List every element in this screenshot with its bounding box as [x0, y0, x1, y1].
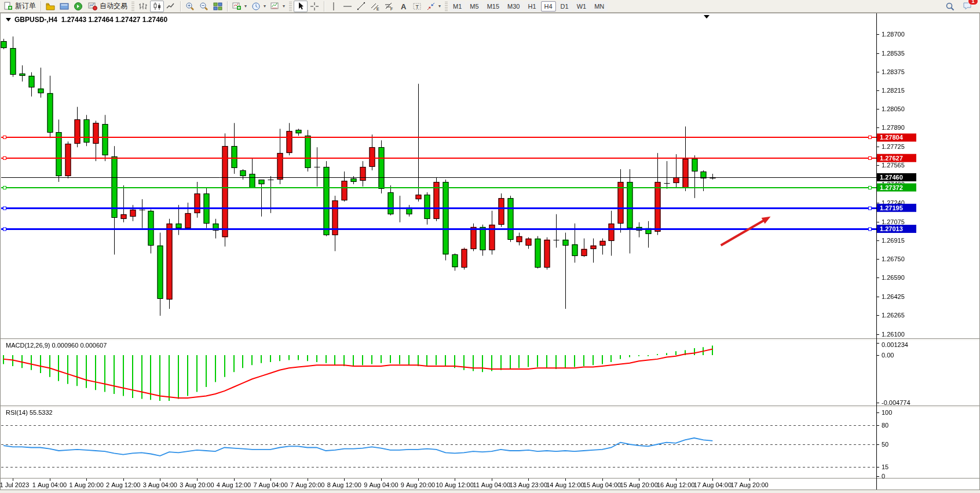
zoom-in-button[interactable] [183, 1, 197, 12]
bars-chart-button[interactable] [136, 1, 150, 12]
candles-chart-button[interactable] [150, 1, 164, 12]
crosshair-button[interactable] [308, 1, 321, 12]
new-order-button[interactable]: 新订单 [1, 1, 38, 12]
label-button[interactable]: T [410, 1, 424, 12]
chevron-down-icon: ▾ [264, 3, 266, 9]
timeframe-h1[interactable]: H1 [524, 1, 539, 12]
profiles-button[interactable] [43, 1, 57, 12]
timeframe-h4[interactable]: H4 [541, 1, 556, 12]
timeframe-d1[interactable]: D1 [557, 1, 572, 12]
toolbar-separator [324, 1, 324, 12]
toolbar-grip [289, 2, 292, 11]
cursor-icon [296, 2, 305, 11]
autotrading-button[interactable]: 自动交易 [86, 1, 130, 12]
timeframe-m1[interactable]: M1 [449, 1, 465, 12]
tester-icon [74, 2, 83, 11]
svg-text:E: E [376, 7, 379, 11]
bars-chart-icon [138, 2, 148, 11]
search-button[interactable] [943, 1, 957, 12]
tile-windows-icon [213, 2, 222, 11]
zoom-in-icon [185, 2, 195, 11]
price-chart-canvas[interactable] [0, 13, 980, 493]
svg-text:F: F [390, 7, 393, 11]
timeframe-m5[interactable]: M5 [466, 1, 482, 12]
templates-button[interactable]: ▾ [268, 1, 287, 12]
timeframe-m30[interactable]: M30 [504, 1, 523, 12]
cursor-button[interactable] [294, 1, 308, 12]
text-icon: A [398, 2, 408, 11]
periods-button[interactable]: ▾ [249, 1, 268, 12]
zoom-out-button[interactable] [197, 1, 211, 12]
toolbar: 新订单 自动交易 ▾▾▾ EFAT▾ M1M5M15M30H1H4D1W1MN … [0, 0, 980, 13]
toolbar-separator [227, 1, 228, 12]
line-chart-button[interactable] [164, 1, 178, 12]
autotrading-label: 自动交易 [100, 1, 127, 11]
vline-button[interactable] [327, 1, 341, 12]
indicators-button[interactable]: ▾ [230, 1, 249, 12]
toolbar-grip [131, 2, 134, 11]
search-icon [945, 2, 955, 11]
line-chart-icon [166, 2, 175, 11]
templates-icon [270, 2, 280, 11]
chevron-down-icon: ▾ [244, 3, 247, 9]
timeframe-mn[interactable]: MN [591, 1, 608, 12]
svg-text:T: T [416, 3, 419, 9]
timeframe-group: M1M5M15M30H1H4D1W1MN [449, 1, 608, 12]
profiles-icon [46, 2, 55, 11]
hline-button[interactable] [341, 1, 354, 12]
timeframe-m15[interactable]: M15 [484, 1, 503, 12]
chevron-down-icon: ▾ [438, 3, 441, 9]
chat-badge: 1 [968, 0, 978, 5]
toolbar-separator [41, 1, 41, 12]
fibonacci-button[interactable]: F [382, 1, 396, 12]
terminal-button[interactable] [57, 1, 71, 12]
indicators-icon [232, 2, 242, 11]
chevron-down-icon: ▾ [283, 3, 285, 9]
trendline-icon [357, 2, 366, 11]
text-button[interactable]: A [396, 1, 410, 12]
arrows-button[interactable]: ▾ [424, 1, 443, 12]
zoom-out-icon [199, 2, 209, 11]
autotrading-icon [88, 2, 97, 11]
channel-icon: E [371, 2, 380, 11]
new-order-label: 新订单 [15, 1, 36, 11]
channel-button[interactable]: E [368, 1, 382, 12]
periods-icon [251, 2, 261, 11]
tile-windows-button[interactable] [211, 1, 225, 12]
new-order-icon [3, 2, 13, 11]
candles-chart-icon [152, 2, 162, 11]
toolbar-separator [180, 1, 181, 12]
arrows-icon [426, 2, 436, 11]
vline-icon [329, 2, 338, 11]
terminal-icon [60, 2, 69, 11]
tester-button[interactable] [71, 1, 85, 12]
timeframe-w1[interactable]: W1 [573, 1, 590, 12]
fibonacci-icon: F [385, 2, 394, 11]
toolbar-grip [445, 2, 448, 11]
hline-icon [343, 2, 352, 11]
svg-text:A: A [401, 2, 407, 10]
label-icon: T [412, 2, 422, 11]
trendline-button[interactable] [354, 1, 368, 12]
crosshair-icon [310, 2, 319, 11]
